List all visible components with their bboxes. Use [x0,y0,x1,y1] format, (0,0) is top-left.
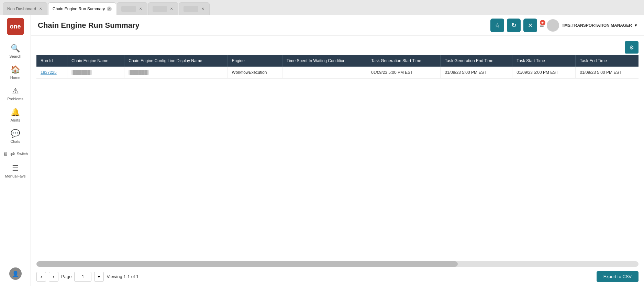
close-button[interactable]: ✕ [523,19,537,32]
next-icon: › [53,274,55,279]
tab-label: Neo Dashboard [7,7,36,11]
sidebar-item-menus[interactable]: ☰ Menus/Favs [0,160,31,182]
tab-bar: Neo Dashboard ✕ Chain Engine Run Summary… [0,0,644,15]
main-layout: one 🔍 Search 🏠 Home ⚠ Problems 🔔 Alerts … [0,15,644,286]
user-profile[interactable]: TMS.TRANSPORTATION MANAGER ▾ [547,19,637,32]
filter-button[interactable]: ⚙ [625,41,639,54]
bell-icon: 🔔 [11,108,20,117]
tab-close-3[interactable]: ✕ [138,7,143,11]
page-header: Chain Engine Run Summary ☆ ↻ ✕ ≡ ★ TMS.T… [31,15,644,36]
tab-neo-dashboard[interactable]: Neo Dashboard ✕ [3,2,47,15]
chat-icon: 💬 [11,129,20,138]
tab-label-active: Chain Engine Run Summary [53,7,105,11]
cell-engine: WorkflowExecution [227,67,282,79]
sidebar-label-menus: Menus/Favs [5,174,26,178]
sidebar-item-home[interactable]: 🏠 Home [0,62,31,83]
page-title: Chain Engine Run Summary [38,21,490,30]
avatar: 👤 [9,267,22,280]
cell-task_gen_start: 01/09/23 5:00 PM EST [367,67,441,79]
horizontal-scrollbar[interactable] [36,261,639,267]
col-header-time-spent: Time Spent In Waiting Condition [282,55,367,67]
next-page-button[interactable]: › [49,272,58,282]
cell-task_gen_end: 01/09/23 5:00 PM EST [441,67,512,79]
header-actions: ☆ ↻ ✕ ≡ ★ TMS.TRANSPORTATION MANAGER ▾ [490,19,637,32]
sidebar-label-search: Search [9,54,21,58]
user-name-label: TMS.TRANSPORTATION MANAGER [562,23,632,28]
viewing-text: Viewing 1-1 of 1 [107,274,138,279]
col-header-task-gen-start: Task Generation Start Time [367,55,441,67]
data-table: Run Id Chain Engine Name Chain Engine Co… [36,55,639,79]
page-number-input[interactable] [74,272,91,282]
sidebar-label-home: Home [10,76,20,80]
star-button[interactable]: ☆ [490,19,504,32]
home-icon: 🏠 [11,65,20,74]
sidebar-item-chats[interactable]: 💬 Chats [0,126,31,147]
tab-chain-engine[interactable]: Chain Engine Run Summary ✕ [48,2,116,15]
refresh-button[interactable]: ↻ [507,19,521,32]
col-header-config-line: Chain Engine Config Line Display Name [124,55,227,67]
table-header-row: Run Id Chain Engine Name Chain Engine Co… [36,55,639,67]
sidebar-label-alerts: Alerts [10,118,20,122]
col-header-engine: Engine [227,55,282,67]
filter-icon: ⚙ [629,44,634,51]
app-logo: one [7,18,24,35]
sidebar-label-problems: Problems [7,97,23,101]
table-body: 1837225████████████WorkflowExecution01/0… [36,67,639,79]
export-csv-button[interactable]: Export to CSV [597,271,639,282]
prev-icon: ‹ [41,274,42,279]
cell-task_end: 01/09/23 5:00 PM EST [576,67,639,79]
search-icon: 🔍 [11,44,20,53]
col-header-task-end: Task End Time [576,55,639,67]
tab-label-3 [121,6,136,12]
prev-page-button[interactable]: ‹ [36,272,46,282]
tab-close-5[interactable]: ✕ [200,7,205,11]
tab-close-4[interactable]: ✕ [169,7,174,11]
dropdown-arrow-page-icon: ▾ [98,274,100,279]
sidebar: one 🔍 Search 🏠 Home ⚠ Problems 🔔 Alerts … [0,15,31,286]
export-label: Export to CSV [603,274,632,279]
sidebar-item-alerts[interactable]: 🔔 Alerts [0,104,31,126]
cell-task_start: 01/09/23 5:00 PM EST [512,67,576,79]
page-label: Page [61,274,71,279]
cell-config_line: ██████ [124,67,227,79]
sidebar-label-switch: Switch [17,152,28,156]
page-dropdown-button[interactable]: ▾ [94,272,104,282]
tab-close-chain[interactable]: ✕ [107,7,112,11]
sidebar-label-chats: Chats [10,139,20,144]
tab-label-4 [153,6,167,12]
dropdown-arrow-icon: ▾ [635,23,637,28]
tab-four[interactable]: ✕ [148,2,179,15]
scrollbar-thumb [36,261,458,267]
col-header-chain-engine-name: Chain Engine Name [67,55,124,67]
tab-close-neo[interactable]: ✕ [38,7,43,11]
warning-icon: ⚠ [12,87,19,95]
notification-badge: ★ [540,20,545,25]
sidebar-item-switch[interactable]: 🖥 ⇄ Switch [0,147,31,160]
content-area: Chain Engine Run Summary ☆ ↻ ✕ ≡ ★ TMS.T… [31,15,644,286]
table-row: 1837225████████████WorkflowExecution01/0… [36,67,639,79]
tab-three[interactable]: ✕ [117,2,147,15]
pagination-bar: ‹ › Page ▾ Viewing 1-1 of 1 Export to CS… [31,267,644,286]
tab-five[interactable]: ✕ [179,2,210,15]
menu-button[interactable]: ≡ ★ [540,21,544,29]
table-area: ⚙ Run Id Chain Engine Name Chain Engine … [31,36,644,261]
switch-icon-1: 🖥 [3,151,8,157]
menu-icon: ☰ [12,164,19,173]
tab-label-5 [184,6,198,12]
col-header-run-id: Run Id [36,55,67,67]
cell-chain_engine_name: ██████ [67,67,124,79]
sidebar-item-search[interactable]: 🔍 Search [0,41,31,62]
col-header-task-start: Task Start Time [512,55,576,67]
col-header-task-gen-end: Task Generation End Time [441,55,512,67]
switch-icon-2: ⇄ [10,150,15,157]
sidebar-item-problems[interactable]: ⚠ Problems [0,83,31,104]
user-avatar [547,19,559,32]
sidebar-item-user-avatar[interactable]: 👤 [0,264,31,283]
cell-time_spent [282,67,367,79]
cell-run_id[interactable]: 1837225 [36,67,67,79]
